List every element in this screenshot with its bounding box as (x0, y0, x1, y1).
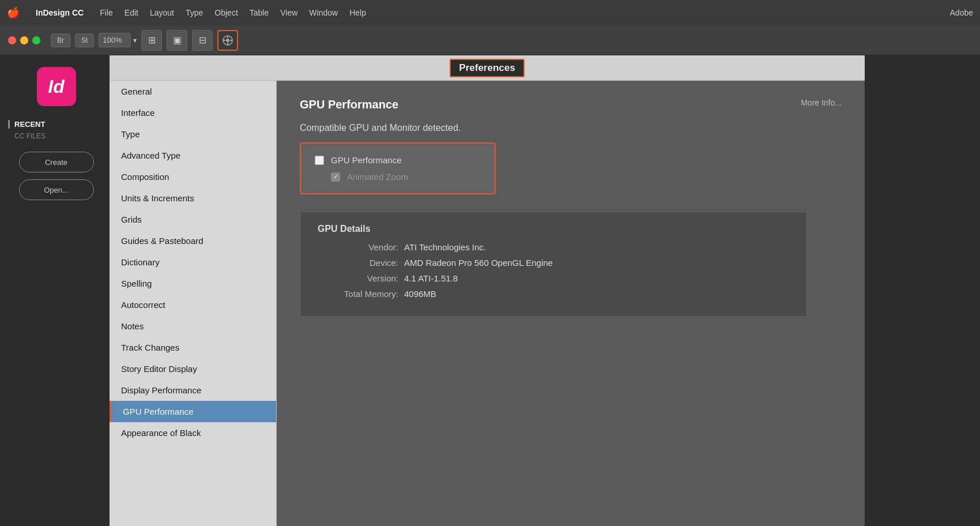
zoom-control[interactable]: ▾ (99, 33, 137, 47)
nav-appearance-of-black[interactable]: Appearance of Black (110, 422, 276, 444)
gpu-options-box: GPU Performance Animated Zoom (300, 142, 496, 194)
nav-general[interactable]: General (110, 81, 276, 102)
menu-view[interactable]: View (280, 8, 297, 17)
indesign-icon: Id (37, 67, 76, 106)
nav-grids[interactable]: Grids (110, 209, 276, 230)
zoom-input[interactable] (99, 33, 131, 47)
nav-guides-pasteboard[interactable]: Guides & Pasteboard (110, 230, 276, 251)
nav-gpu-performance[interactable]: GPU Performance (110, 401, 276, 422)
memory-label: Total Memory: (318, 289, 398, 299)
animated-zoom-label: Animated Zoom (347, 172, 408, 182)
dialog-title: Preferences (450, 59, 524, 77)
nav-interface[interactable]: Interface (110, 102, 276, 123)
toolbar: Br St ▾ ⊞ ▣ ⊟ (0, 25, 980, 55)
memory-value: 4096MB (404, 289, 436, 299)
gpu-performance-checkbox[interactable] (315, 156, 324, 165)
nav-dictionary[interactable]: Dictionary (110, 251, 276, 273)
columns-icon[interactable]: ⊟ (192, 30, 213, 51)
maximize-button[interactable] (32, 36, 40, 44)
menubar: 🍎 InDesign CC File Edit Layout Type Obje… (0, 0, 980, 25)
gpu-performance-row: GPU Performance (315, 155, 481, 165)
nav-notes[interactable]: Notes (110, 315, 276, 337)
gpu-details-title: GPU Details (318, 224, 789, 234)
zoom-chevron-icon[interactable]: ▾ (133, 36, 137, 44)
animated-zoom-row: Animated Zoom (315, 172, 481, 182)
dialog-titlebar: Preferences (110, 55, 865, 81)
app-sidebar: Id RECENT CC FILES Create Open... (0, 55, 112, 526)
nav-sidebar: General Interface Type Advanced Type Com… (110, 81, 277, 526)
create-button[interactable]: Create (19, 152, 94, 172)
menu-edit[interactable]: Edit (125, 8, 138, 17)
stock-label: St (81, 36, 88, 44)
bridge-button[interactable]: Br (51, 33, 70, 47)
menu-help[interactable]: Help (349, 8, 366, 17)
nav-units-increments[interactable]: Units & Increments (110, 187, 276, 209)
nav-composition[interactable]: Composition (110, 166, 276, 187)
main-content-area: GPU Performance Compatible GPU and Monit… (277, 81, 865, 526)
nav-display-performance[interactable]: Display Performance (110, 380, 276, 401)
adobe-label: Adobe (950, 8, 973, 17)
gpu-icon[interactable] (217, 30, 238, 51)
app-name: InDesign CC (36, 8, 84, 17)
vendor-row: Vendor: ATI Technologies Inc. (318, 242, 789, 252)
cc-files-label: CC FILES (8, 132, 104, 140)
traffic-lights (8, 36, 40, 44)
device-label: Device: (318, 258, 398, 268)
nav-type[interactable]: Type (110, 123, 276, 145)
stock-button[interactable]: St (75, 33, 94, 47)
bridge-label: Br (57, 36, 64, 44)
animated-zoom-checkbox[interactable] (331, 172, 340, 182)
device-row: Device: AMD Radeon Pro 560 OpenGL Engine (318, 258, 789, 268)
nav-autocorrect[interactable]: Autocorrect (110, 294, 276, 315)
menu-file[interactable]: File (100, 8, 113, 17)
recent-section: RECENT CC FILES (0, 120, 112, 152)
open-button[interactable]: Open... (19, 179, 94, 200)
svg-point-5 (226, 39, 229, 42)
version-row: Version: 4.1 ATI-1.51.8 (318, 273, 789, 283)
version-value: 4.1 ATI-1.51.8 (404, 273, 458, 283)
memory-row: Total Memory: 4096MB (318, 289, 789, 299)
close-button[interactable] (8, 36, 16, 44)
vendor-value: ATI Technologies Inc. (404, 242, 486, 252)
section-title: GPU Performance (300, 98, 842, 111)
nav-spelling[interactable]: Spelling (110, 273, 276, 294)
menu-window[interactable]: Window (309, 8, 338, 17)
layout-icon[interactable]: ⊞ (141, 30, 162, 51)
version-label: Version: (318, 273, 398, 283)
more-info-button[interactable]: More Info... (801, 98, 842, 107)
dialog-overlay: Preferences General Interface Type Advan… (110, 55, 980, 526)
gpu-details-box: GPU Details Vendor: ATI Technologies Inc… (300, 212, 807, 317)
compat-text: Compatible GPU and Monitor detected. (300, 123, 842, 133)
preferences-dialog: Preferences General Interface Type Advan… (110, 55, 865, 526)
minimize-button[interactable] (20, 36, 28, 44)
menu-object[interactable]: Object (214, 8, 238, 17)
gpu-performance-label: GPU Performance (331, 155, 402, 165)
apple-menu[interactable]: 🍎 (7, 6, 20, 19)
nav-track-changes[interactable]: Track Changes (110, 337, 276, 358)
gpu-svg-icon (222, 35, 233, 46)
recent-label: RECENT (8, 120, 104, 129)
nav-advanced-type[interactable]: Advanced Type (110, 145, 276, 166)
menu-layout[interactable]: Layout (150, 8, 174, 17)
menu-type[interactable]: Type (186, 8, 203, 17)
dialog-body: General Interface Type Advanced Type Com… (110, 81, 865, 526)
menu-table[interactable]: Table (250, 8, 269, 17)
vendor-label: Vendor: (318, 242, 398, 252)
nav-story-editor-display[interactable]: Story Editor Display (110, 358, 276, 380)
device-value: AMD Radeon Pro 560 OpenGL Engine (404, 258, 553, 268)
frame-icon[interactable]: ▣ (167, 30, 187, 51)
